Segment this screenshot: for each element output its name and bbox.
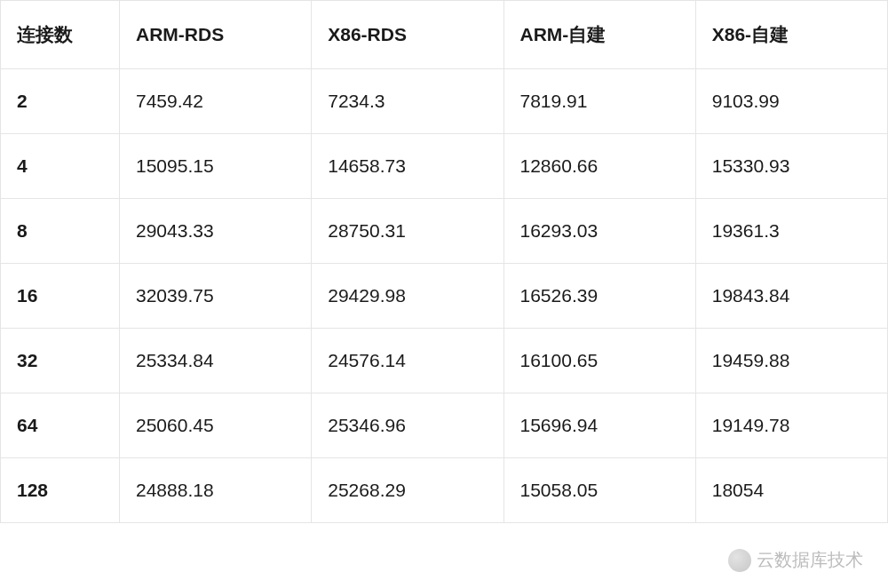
cell-value: 19843.84 xyxy=(695,264,887,329)
cell-value: 25346.96 xyxy=(312,393,503,458)
table-row: 32 25334.84 24576.14 16100.65 19459.88 xyxy=(1,329,888,393)
cell-value: 18054 xyxy=(695,458,887,523)
cell-value: 9103.99 xyxy=(695,69,887,134)
header-arm-rds: ARM-RDS xyxy=(120,1,312,69)
header-x86-rds: X86-RDS xyxy=(312,1,503,69)
cell-value: 29429.98 xyxy=(312,264,503,329)
cell-value: 16293.03 xyxy=(503,199,695,264)
table-row: 16 32039.75 29429.98 16526.39 19843.84 xyxy=(1,264,888,329)
cell-connections: 2 xyxy=(1,69,120,134)
cell-value: 25268.29 xyxy=(312,458,503,523)
cell-value: 24888.18 xyxy=(120,458,312,523)
table-row: 4 15095.15 14658.73 12860.66 15330.93 xyxy=(1,134,888,199)
table-row: 128 24888.18 25268.29 15058.05 18054 xyxy=(1,458,888,523)
header-x86-self: X86-自建 xyxy=(695,1,887,69)
header-connections: 连接数 xyxy=(1,1,120,69)
cell-connections: 128 xyxy=(1,458,120,523)
cell-value: 15696.94 xyxy=(503,393,695,458)
watermark-logo-icon xyxy=(728,549,751,572)
header-arm-self: ARM-自建 xyxy=(503,1,695,69)
table-row: 2 7459.42 7234.3 7819.91 9103.99 xyxy=(1,69,888,134)
cell-value: 29043.33 xyxy=(120,199,312,264)
cell-value: 24576.14 xyxy=(312,329,503,393)
cell-value: 12860.66 xyxy=(503,134,695,199)
table-row: 8 29043.33 28750.31 16293.03 19361.3 xyxy=(1,199,888,264)
table-row: 64 25060.45 25346.96 15696.94 19149.78 xyxy=(1,393,888,458)
cell-value: 15058.05 xyxy=(503,458,695,523)
watermark: 云数据库技术 xyxy=(728,548,863,572)
watermark-text: 云数据库技术 xyxy=(757,548,863,572)
cell-value: 7819.91 xyxy=(503,69,695,134)
table-header-row: 连接数 ARM-RDS X86-RDS ARM-自建 X86-自建 xyxy=(1,1,888,69)
cell-connections: 16 xyxy=(1,264,120,329)
cell-connections: 8 xyxy=(1,199,120,264)
cell-connections: 4 xyxy=(1,134,120,199)
cell-value: 19149.78 xyxy=(695,393,887,458)
cell-connections: 32 xyxy=(1,329,120,393)
cell-value: 19459.88 xyxy=(695,329,887,393)
cell-value: 14658.73 xyxy=(312,134,503,199)
cell-value: 16526.39 xyxy=(503,264,695,329)
cell-connections: 64 xyxy=(1,393,120,458)
cell-value: 16100.65 xyxy=(503,329,695,393)
cell-value: 28750.31 xyxy=(312,199,503,264)
cell-value: 15095.15 xyxy=(120,134,312,199)
cell-value: 25060.45 xyxy=(120,393,312,458)
cell-value: 7459.42 xyxy=(120,69,312,134)
benchmark-table: 连接数 ARM-RDS X86-RDS ARM-自建 X86-自建 2 7459… xyxy=(0,0,888,523)
cell-value: 7234.3 xyxy=(312,69,503,134)
cell-value: 15330.93 xyxy=(695,134,887,199)
cell-value: 32039.75 xyxy=(120,264,312,329)
cell-value: 19361.3 xyxy=(695,199,887,264)
cell-value: 25334.84 xyxy=(120,329,312,393)
